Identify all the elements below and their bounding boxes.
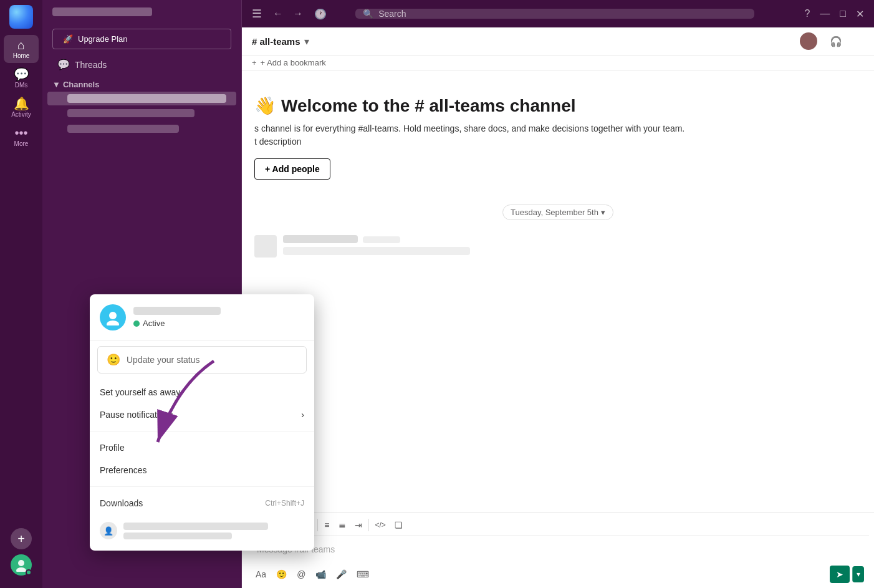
channel-header: # all-teams ▾ 2 🎧 ▾ ⟳ <box>242 27 874 55</box>
channel-dropdown-icon[interactable]: ▾ <box>304 36 309 47</box>
bell-icon: 🔔 <box>14 97 29 110</box>
shortcut-button[interactable]: ⌨ <box>353 567 373 582</box>
search-icon: 🔍 <box>363 9 373 19</box>
block-button[interactable]: ❏ <box>391 518 406 533</box>
channel-item-all-teams[interactable] <box>47 92 236 105</box>
add-people-label: + Add people <box>265 164 320 174</box>
sidebar-header <box>42 0 241 24</box>
channel-name-blurred-3 <box>67 125 179 133</box>
svg-point-2 <box>109 312 117 319</box>
workspace-avatar[interactable] <box>9 5 33 29</box>
downloads-shortcut: Ctrl+Shift+J <box>265 499 304 508</box>
sender-blurred <box>283 235 358 243</box>
toolbar-divider-3 <box>368 519 369 531</box>
home-icon: ⌂ <box>17 39 25 51</box>
more-icon: ••• <box>14 127 27 139</box>
main-area: ☰ ← → 🕐 🔍 Search ? — □ ✕ # all-teams ▾ <box>242 0 874 588</box>
nav-item-dms[interactable]: 💬 DMs <box>4 64 39 92</box>
popup-status: Active <box>133 319 304 328</box>
history-button[interactable]: 🕐 <box>312 6 329 22</box>
audio-button[interactable]: 🎤 <box>332 567 350 582</box>
text-format-button[interactable]: Aa <box>252 567 270 582</box>
message-row <box>254 233 862 260</box>
refresh-icon[interactable]: ⟳ <box>856 36 864 47</box>
preferences-button[interactable]: Preferences <box>90 459 314 481</box>
downloads-label: Downloads <box>100 498 143 508</box>
channel-item-3[interactable] <box>47 122 236 135</box>
chevron-down-date-icon: ▾ <box>601 208 605 217</box>
chevron-down-icon: ▼ <box>52 80 60 89</box>
pause-notifications-button[interactable]: Pause notifications › <box>90 403 314 426</box>
nav-more-label: More <box>14 140 29 147</box>
welcome-section: 👋 Welcome to the # all-teams channel s c… <box>254 83 862 192</box>
add-bookmark-label: + Add a bookmark <box>261 58 326 67</box>
threads-icon: 💬 <box>57 59 70 70</box>
nav-activity-label: Activity <box>11 111 31 118</box>
member-avatar-icon <box>802 34 815 48</box>
code-button[interactable]: </> <box>372 518 390 532</box>
profile-button[interactable]: Profile <box>90 436 314 459</box>
headphone-dropdown-icon[interactable]: ▾ <box>847 37 851 46</box>
members-button[interactable]: 2 <box>800 32 825 50</box>
user-avatar-button[interactable] <box>11 554 32 576</box>
members-count: 2 <box>820 36 825 46</box>
send-button[interactable]: ➤ <box>830 566 850 583</box>
nav-item-home[interactable]: ⌂ Home <box>4 35 39 63</box>
bullet-list-button[interactable]: ≡ <box>320 518 333 533</box>
profile-label: Profile <box>100 443 125 453</box>
nav-item-activity[interactable]: 🔔 Activity <box>4 94 39 122</box>
popup-user-info: Active <box>133 307 304 328</box>
downloads-button[interactable]: Downloads Ctrl+Shift+J <box>90 492 314 514</box>
channel-item-2[interactable] <box>47 107 236 120</box>
add-people-button[interactable]: + Add people <box>254 158 330 180</box>
send-dropdown-button[interactable]: ▾ <box>852 566 864 582</box>
svg-point-6 <box>804 44 813 48</box>
popup-downloads-section: Downloads Ctrl+Shift+J <box>90 489 314 517</box>
editor-input[interactable]: Message #all-teams <box>247 536 869 563</box>
channels-section[interactable]: ▼ Channels <box>42 75 241 92</box>
channel-name[interactable]: # all-teams <box>252 36 300 47</box>
restore-button[interactable]: □ <box>837 6 848 22</box>
nav-item-more[interactable]: ••• More <box>4 123 39 151</box>
number-list-button[interactable]: ≣ <box>335 518 350 533</box>
popup-profile-section: Profile Preferences <box>90 434 314 484</box>
update-status-button[interactable]: 🙂 Update your status <box>97 346 307 374</box>
message-header <box>283 235 862 243</box>
channel-header-right: 2 🎧 ▾ ⟳ <box>800 32 864 50</box>
close-button[interactable]: ✕ <box>853 6 867 22</box>
user-popup-menu: Active 🙂 Update your status Set yourself… <box>90 294 314 551</box>
workspace-name-blurred <box>52 7 152 16</box>
minimize-button[interactable]: — <box>817 6 832 22</box>
smiley-icon: 🙂 <box>107 353 120 367</box>
upgrade-icon: 🚀 <box>63 34 73 44</box>
editor-toolbar: B I S 🔗 ≡ ≣ ⇥ </> ❏ <box>247 515 869 536</box>
mention-button[interactable]: @ <box>293 567 309 582</box>
message-text-blurred <box>283 247 470 255</box>
forward-button[interactable]: → <box>289 6 307 22</box>
date-text: Tuesday, September 5th <box>511 208 598 217</box>
date-pill[interactable]: Tuesday, September 5th ▾ <box>502 205 613 220</box>
plus-icon: + <box>252 58 257 67</box>
popup-status-dot <box>133 321 140 327</box>
top-bar: ☰ ← → 🕐 🔍 Search ? — □ ✕ <box>242 0 874 27</box>
icon-bar: ⌂ Home 💬 DMs 🔔 Activity ••• More + <box>0 0 42 588</box>
search-bar[interactable]: 🔍 Search <box>355 9 754 19</box>
video-button[interactable]: 📹 <box>312 567 330 582</box>
add-workspace-button[interactable]: + <box>11 528 32 549</box>
emoji-button[interactable]: 🙂 <box>272 567 291 582</box>
upgrade-plan-button[interactable]: 🚀 Upgrade Plan <box>52 29 231 49</box>
headphone-icon[interactable]: 🎧 <box>830 36 842 47</box>
set-away-button[interactable]: Set yourself as away <box>90 381 314 403</box>
indent-button[interactable]: ⇥ <box>351 518 366 533</box>
timestamp-blurred <box>363 236 400 243</box>
back-button[interactable]: ← <box>269 6 287 22</box>
description-link[interactable]: t description <box>254 137 301 147</box>
search-input[interactable]: Search <box>378 9 747 19</box>
help-icon[interactable]: ? <box>802 6 812 22</box>
user-status-dot <box>26 569 32 576</box>
sidebar-item-threads[interactable]: 💬 Threads <box>47 55 236 74</box>
editor-bottom: Aa 🙂 @ 📹 🎤 ⌨ ➤ ▾ <box>247 563 869 586</box>
bookmark-bar[interactable]: + + Add a bookmark <box>242 55 874 70</box>
toolbar-divider-2 <box>317 519 318 531</box>
hamburger-menu-button[interactable]: ☰ <box>249 4 264 23</box>
